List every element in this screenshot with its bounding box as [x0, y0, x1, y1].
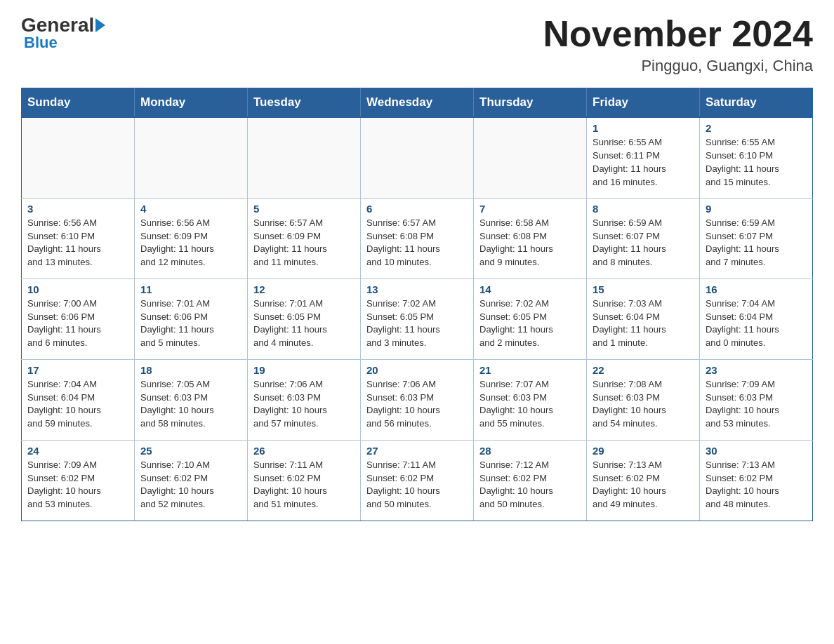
table-row: 26Sunrise: 7:11 AMSunset: 6:02 PMDayligh… — [248, 440, 361, 521]
day-number: 12 — [253, 283, 355, 295]
table-row: 20Sunrise: 7:06 AMSunset: 6:03 PMDayligh… — [361, 359, 474, 440]
day-info: Sunrise: 7:03 AMSunset: 6:04 PMDaylight:… — [593, 297, 694, 350]
day-number: 26 — [253, 445, 355, 457]
week-row-3: 10Sunrise: 7:00 AMSunset: 6:06 PMDayligh… — [22, 279, 813, 359]
day-info: Sunrise: 7:04 AMSunset: 6:04 PMDaylight:… — [27, 378, 128, 431]
day-info: Sunrise: 6:56 AMSunset: 6:09 PMDaylight:… — [140, 217, 241, 269]
day-number: 28 — [479, 445, 581, 457]
week-row-2: 3Sunrise: 6:56 AMSunset: 6:10 PMDaylight… — [22, 198, 813, 279]
table-row: 29Sunrise: 7:13 AMSunset: 6:02 PMDayligh… — [587, 440, 700, 521]
table-row: 6Sunrise: 6:57 AMSunset: 6:08 PMDaylight… — [361, 198, 474, 279]
table-row: 2Sunrise: 6:55 AMSunset: 6:10 PMDaylight… — [700, 117, 813, 198]
day-info: Sunrise: 7:08 AMSunset: 6:03 PMDaylight:… — [593, 378, 694, 431]
day-number: 27 — [366, 445, 468, 457]
table-row: 16Sunrise: 7:04 AMSunset: 6:04 PMDayligh… — [700, 279, 813, 359]
day-number: 24 — [27, 445, 128, 457]
table-row: 22Sunrise: 7:08 AMSunset: 6:03 PMDayligh… — [587, 359, 700, 440]
logo: General Blue — [21, 14, 107, 52]
day-info: Sunrise: 7:02 AMSunset: 6:05 PMDaylight:… — [479, 297, 581, 350]
weekday-header-row: Sunday Monday Tuesday Wednesday Thursday… — [22, 88, 813, 118]
header-tuesday: Tuesday — [248, 88, 361, 118]
day-info: Sunrise: 7:04 AMSunset: 6:04 PMDaylight:… — [706, 297, 807, 350]
table-row: 8Sunrise: 6:59 AMSunset: 6:07 PMDaylight… — [587, 198, 700, 279]
table-row — [22, 117, 135, 198]
day-info: Sunrise: 7:06 AMSunset: 6:03 PMDaylight:… — [253, 378, 355, 431]
day-info: Sunrise: 7:01 AMSunset: 6:05 PMDaylight:… — [253, 297, 355, 350]
table-row: 13Sunrise: 7:02 AMSunset: 6:05 PMDayligh… — [361, 279, 474, 359]
table-row: 3Sunrise: 6:56 AMSunset: 6:10 PMDaylight… — [22, 198, 135, 279]
day-number: 2 — [706, 122, 807, 134]
day-info: Sunrise: 7:09 AMSunset: 6:03 PMDaylight:… — [706, 378, 807, 431]
title-area: November 2024 Pingguo, Guangxi, China — [543, 14, 813, 75]
day-number: 1 — [593, 122, 694, 134]
day-number: 29 — [593, 445, 694, 457]
day-info: Sunrise: 6:56 AMSunset: 6:10 PMDaylight:… — [27, 217, 128, 269]
day-number: 11 — [140, 283, 241, 295]
table-row: 17Sunrise: 7:04 AMSunset: 6:04 PMDayligh… — [22, 359, 135, 440]
table-row: 25Sunrise: 7:10 AMSunset: 6:02 PMDayligh… — [135, 440, 248, 521]
table-row: 23Sunrise: 7:09 AMSunset: 6:03 PMDayligh… — [700, 359, 813, 440]
day-info: Sunrise: 7:06 AMSunset: 6:03 PMDaylight:… — [366, 378, 468, 431]
day-number: 30 — [706, 445, 807, 457]
day-info: Sunrise: 6:55 AMSunset: 6:10 PMDaylight:… — [706, 136, 807, 189]
day-info: Sunrise: 6:59 AMSunset: 6:07 PMDaylight:… — [706, 217, 807, 269]
week-row-5: 24Sunrise: 7:09 AMSunset: 6:02 PMDayligh… — [22, 440, 813, 521]
header-friday: Friday — [587, 88, 700, 118]
day-info: Sunrise: 7:13 AMSunset: 6:02 PMDaylight:… — [593, 459, 694, 511]
day-info: Sunrise: 7:07 AMSunset: 6:03 PMDaylight:… — [479, 378, 581, 431]
day-info: Sunrise: 7:12 AMSunset: 6:02 PMDaylight:… — [479, 459, 581, 511]
day-number: 6 — [366, 203, 468, 215]
day-info: Sunrise: 6:57 AMSunset: 6:08 PMDaylight:… — [366, 217, 468, 269]
main-title: November 2024 — [543, 14, 813, 54]
table-row: 27Sunrise: 7:11 AMSunset: 6:02 PMDayligh… — [361, 440, 474, 521]
table-row: 24Sunrise: 7:09 AMSunset: 6:02 PMDayligh… — [22, 440, 135, 521]
table-row: 21Sunrise: 7:07 AMSunset: 6:03 PMDayligh… — [474, 359, 587, 440]
table-row: 4Sunrise: 6:56 AMSunset: 6:09 PMDaylight… — [135, 198, 248, 279]
day-info: Sunrise: 7:00 AMSunset: 6:06 PMDaylight:… — [27, 297, 128, 350]
day-number: 22 — [593, 364, 694, 376]
day-number: 9 — [706, 203, 807, 215]
day-info: Sunrise: 7:11 AMSunset: 6:02 PMDaylight:… — [253, 459, 355, 511]
header-saturday: Saturday — [700, 88, 813, 118]
day-info: Sunrise: 7:02 AMSunset: 6:05 PMDaylight:… — [366, 297, 468, 350]
day-number: 8 — [593, 203, 694, 215]
header-thursday: Thursday — [474, 88, 587, 118]
header: General Blue November 2024 Pingguo, Guan… — [21, 14, 813, 75]
week-row-1: 1Sunrise: 6:55 AMSunset: 6:11 PMDaylight… — [22, 117, 813, 198]
table-row: 10Sunrise: 7:00 AMSunset: 6:06 PMDayligh… — [22, 279, 135, 359]
table-row: 7Sunrise: 6:58 AMSunset: 6:08 PMDaylight… — [474, 198, 587, 279]
day-info: Sunrise: 6:55 AMSunset: 6:11 PMDaylight:… — [593, 136, 694, 189]
day-info: Sunrise: 7:05 AMSunset: 6:03 PMDaylight:… — [140, 378, 241, 431]
calendar-table: Sunday Monday Tuesday Wednesday Thursday… — [21, 88, 813, 521]
day-info: Sunrise: 7:13 AMSunset: 6:02 PMDaylight:… — [706, 459, 807, 511]
day-info: Sunrise: 7:10 AMSunset: 6:02 PMDaylight:… — [140, 459, 241, 511]
subtitle: Pingguo, Guangxi, China — [543, 57, 813, 75]
header-monday: Monday — [135, 88, 248, 118]
day-number: 20 — [366, 364, 468, 376]
table-row: 28Sunrise: 7:12 AMSunset: 6:02 PMDayligh… — [474, 440, 587, 521]
table-row: 19Sunrise: 7:06 AMSunset: 6:03 PMDayligh… — [248, 359, 361, 440]
day-info: Sunrise: 7:01 AMSunset: 6:06 PMDaylight:… — [140, 297, 241, 350]
day-number: 16 — [706, 283, 807, 295]
table-row — [361, 117, 474, 198]
logo-blue: Blue — [24, 34, 58, 52]
day-number: 5 — [253, 203, 355, 215]
table-row — [248, 117, 361, 198]
day-number: 23 — [706, 364, 807, 376]
day-info: Sunrise: 6:58 AMSunset: 6:08 PMDaylight:… — [479, 217, 581, 269]
day-info: Sunrise: 7:09 AMSunset: 6:02 PMDaylight:… — [27, 459, 128, 511]
table-row: 30Sunrise: 7:13 AMSunset: 6:02 PMDayligh… — [700, 440, 813, 521]
day-info: Sunrise: 7:11 AMSunset: 6:02 PMDaylight:… — [366, 459, 468, 511]
table-row: 5Sunrise: 6:57 AMSunset: 6:09 PMDaylight… — [248, 198, 361, 279]
table-row: 15Sunrise: 7:03 AMSunset: 6:04 PMDayligh… — [587, 279, 700, 359]
day-number: 10 — [27, 283, 128, 295]
day-number: 15 — [593, 283, 694, 295]
day-number: 21 — [479, 364, 581, 376]
table-row: 1Sunrise: 6:55 AMSunset: 6:11 PMDaylight… — [587, 117, 700, 198]
day-number: 3 — [27, 203, 128, 215]
header-wednesday: Wednesday — [361, 88, 474, 118]
table-row — [135, 117, 248, 198]
day-number: 25 — [140, 445, 241, 457]
day-number: 17 — [27, 364, 128, 376]
table-row: 12Sunrise: 7:01 AMSunset: 6:05 PMDayligh… — [248, 279, 361, 359]
